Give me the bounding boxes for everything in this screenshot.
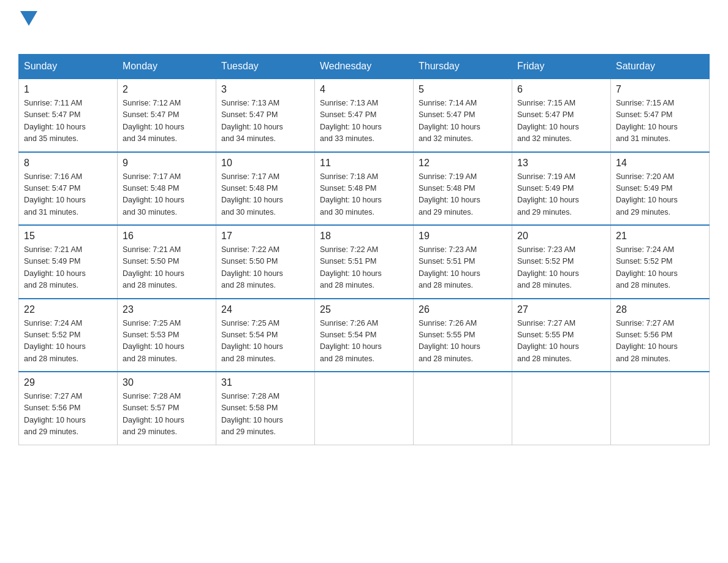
calendar-cell: 23 Sunrise: 7:25 AMSunset: 5:53 PMDaylig…: [118, 299, 216, 372]
day-number: 26: [419, 304, 507, 315]
calendar-cell: 17 Sunrise: 7:22 AMSunset: 5:50 PMDaylig…: [216, 225, 315, 299]
calendar-cell: 19 Sunrise: 7:23 AMSunset: 5:51 PMDaylig…: [414, 225, 512, 299]
day-info: Sunrise: 7:19 AMSunset: 5:49 PMDaylight:…: [517, 172, 579, 216]
day-number: 4: [320, 84, 408, 95]
calendar-cell: 12 Sunrise: 7:19 AMSunset: 5:48 PMDaylig…: [414, 152, 512, 226]
page-header: [18, 12, 710, 43]
day-number: 19: [419, 231, 507, 242]
day-info: Sunrise: 7:16 AMSunset: 5:47 PMDaylight:…: [24, 172, 86, 216]
calendar-cell: 1 Sunrise: 7:11 AMSunset: 5:47 PMDayligh…: [19, 79, 118, 152]
day-info: Sunrise: 7:12 AMSunset: 5:47 PMDaylight:…: [123, 99, 184, 143]
calendar-week-row: 1 Sunrise: 7:11 AMSunset: 5:47 PMDayligh…: [19, 79, 710, 152]
header-day-saturday: Saturday: [611, 55, 710, 79]
calendar-week-row: 8 Sunrise: 7:16 AMSunset: 5:47 PMDayligh…: [19, 152, 710, 226]
day-info: Sunrise: 7:26 AMSunset: 5:55 PMDaylight:…: [419, 319, 480, 363]
logo-triangle-icon: [20, 11, 37, 26]
day-info: Sunrise: 7:19 AMSunset: 5:48 PMDaylight:…: [419, 172, 480, 216]
calendar-cell: 20 Sunrise: 7:23 AMSunset: 5:52 PMDaylig…: [512, 225, 611, 299]
day-number: 22: [24, 304, 112, 315]
day-number: 9: [123, 158, 211, 169]
calendar-cell: [512, 372, 611, 445]
day-number: 17: [221, 231, 309, 242]
day-number: 12: [419, 158, 507, 169]
calendar-cell: 4 Sunrise: 7:13 AMSunset: 5:47 PMDayligh…: [315, 79, 414, 152]
calendar-cell: [414, 372, 512, 445]
header-day-monday: Monday: [118, 55, 216, 79]
day-info: Sunrise: 7:17 AMSunset: 5:48 PMDaylight:…: [123, 172, 184, 216]
day-info: Sunrise: 7:15 AMSunset: 5:47 PMDaylight:…: [517, 99, 579, 143]
day-info: Sunrise: 7:23 AMSunset: 5:52 PMDaylight:…: [517, 245, 579, 289]
calendar-cell: 6 Sunrise: 7:15 AMSunset: 5:47 PMDayligh…: [512, 79, 611, 152]
day-info: Sunrise: 7:23 AMSunset: 5:51 PMDaylight:…: [419, 245, 480, 289]
header-day-thursday: Thursday: [414, 55, 512, 79]
day-info: Sunrise: 7:26 AMSunset: 5:54 PMDaylight:…: [320, 319, 382, 363]
day-info: Sunrise: 7:27 AMSunset: 5:55 PMDaylight:…: [517, 319, 579, 363]
calendar-cell: 10 Sunrise: 7:17 AMSunset: 5:48 PMDaylig…: [216, 152, 315, 226]
calendar-cell: 2 Sunrise: 7:12 AMSunset: 5:47 PMDayligh…: [118, 79, 216, 152]
day-number: 23: [123, 304, 211, 315]
day-number: 10: [221, 158, 309, 169]
day-info: Sunrise: 7:13 AMSunset: 5:47 PMDaylight:…: [221, 99, 283, 143]
day-info: Sunrise: 7:27 AMSunset: 5:56 PMDaylight:…: [24, 392, 86, 436]
header-day-wednesday: Wednesday: [315, 55, 414, 79]
calendar-cell: 27 Sunrise: 7:27 AMSunset: 5:55 PMDaylig…: [512, 299, 611, 372]
day-number: 8: [24, 158, 112, 169]
day-number: 14: [616, 158, 704, 169]
day-number: 31: [221, 377, 309, 388]
day-info: Sunrise: 7:24 AMSunset: 5:52 PMDaylight:…: [24, 319, 86, 363]
calendar-cell: 13 Sunrise: 7:19 AMSunset: 5:49 PMDaylig…: [512, 152, 611, 226]
day-info: Sunrise: 7:20 AMSunset: 5:49 PMDaylight:…: [616, 172, 678, 216]
calendar-cell: [611, 372, 710, 445]
day-info: Sunrise: 7:22 AMSunset: 5:51 PMDaylight:…: [320, 245, 382, 289]
calendar-cell: 25 Sunrise: 7:26 AMSunset: 5:54 PMDaylig…: [315, 299, 414, 372]
day-info: Sunrise: 7:28 AMSunset: 5:57 PMDaylight:…: [123, 392, 184, 436]
day-info: Sunrise: 7:27 AMSunset: 5:56 PMDaylight:…: [616, 319, 678, 363]
day-number: 21: [616, 231, 704, 242]
calendar-header-row: SundayMondayTuesdayWednesdayThursdayFrid…: [19, 55, 710, 79]
day-info: Sunrise: 7:28 AMSunset: 5:58 PMDaylight:…: [221, 392, 283, 436]
calendar-cell: [315, 372, 414, 445]
day-info: Sunrise: 7:24 AMSunset: 5:52 PMDaylight:…: [616, 245, 678, 289]
calendar-cell: 29 Sunrise: 7:27 AMSunset: 5:56 PMDaylig…: [19, 372, 118, 445]
header-day-friday: Friday: [512, 55, 611, 79]
header-day-tuesday: Tuesday: [216, 55, 315, 79]
day-info: Sunrise: 7:11 AMSunset: 5:47 PMDaylight:…: [24, 99, 86, 143]
day-number: 29: [24, 377, 112, 388]
day-number: 18: [320, 231, 408, 242]
header-day-sunday: Sunday: [19, 55, 118, 79]
calendar-cell: 9 Sunrise: 7:17 AMSunset: 5:48 PMDayligh…: [118, 152, 216, 226]
day-number: 25: [320, 304, 408, 315]
day-info: Sunrise: 7:15 AMSunset: 5:47 PMDaylight:…: [616, 99, 678, 143]
day-number: 3: [221, 84, 309, 95]
day-number: 6: [517, 84, 605, 95]
day-number: 28: [616, 304, 704, 315]
calendar-table: SundayMondayTuesdayWednesdayThursdayFrid…: [18, 54, 710, 445]
day-number: 30: [123, 377, 211, 388]
calendar-cell: 18 Sunrise: 7:22 AMSunset: 5:51 PMDaylig…: [315, 225, 414, 299]
day-number: 1: [24, 84, 112, 95]
calendar-cell: 22 Sunrise: 7:24 AMSunset: 5:52 PMDaylig…: [19, 299, 118, 372]
calendar-cell: 15 Sunrise: 7:21 AMSunset: 5:49 PMDaylig…: [19, 225, 118, 299]
calendar-cell: 28 Sunrise: 7:27 AMSunset: 5:56 PMDaylig…: [611, 299, 710, 372]
day-info: Sunrise: 7:25 AMSunset: 5:54 PMDaylight:…: [221, 319, 283, 363]
calendar-cell: 26 Sunrise: 7:26 AMSunset: 5:55 PMDaylig…: [414, 299, 512, 372]
day-number: 2: [123, 84, 211, 95]
day-number: 5: [419, 84, 507, 95]
calendar-cell: 21 Sunrise: 7:24 AMSunset: 5:52 PMDaylig…: [611, 225, 710, 299]
calendar-cell: 11 Sunrise: 7:18 AMSunset: 5:48 PMDaylig…: [315, 152, 414, 226]
calendar-cell: 7 Sunrise: 7:15 AMSunset: 5:47 PMDayligh…: [611, 79, 710, 152]
calendar-week-row: 22 Sunrise: 7:24 AMSunset: 5:52 PMDaylig…: [19, 299, 710, 372]
day-number: 20: [517, 231, 605, 242]
calendar-cell: 16 Sunrise: 7:21 AMSunset: 5:50 PMDaylig…: [118, 225, 216, 299]
day-info: Sunrise: 7:14 AMSunset: 5:47 PMDaylight:…: [419, 99, 480, 143]
day-info: Sunrise: 7:18 AMSunset: 5:48 PMDaylight:…: [320, 172, 382, 216]
calendar-cell: 14 Sunrise: 7:20 AMSunset: 5:49 PMDaylig…: [611, 152, 710, 226]
day-number: 13: [517, 158, 605, 169]
day-number: 27: [517, 304, 605, 315]
calendar-cell: 24 Sunrise: 7:25 AMSunset: 5:54 PMDaylig…: [216, 299, 315, 372]
calendar-cell: 31 Sunrise: 7:28 AMSunset: 5:58 PMDaylig…: [216, 372, 315, 445]
calendar-cell: 5 Sunrise: 7:14 AMSunset: 5:47 PMDayligh…: [414, 79, 512, 152]
calendar-cell: 8 Sunrise: 7:16 AMSunset: 5:47 PMDayligh…: [19, 152, 118, 226]
day-info: Sunrise: 7:21 AMSunset: 5:49 PMDaylight:…: [24, 245, 86, 289]
day-number: 24: [221, 304, 309, 315]
